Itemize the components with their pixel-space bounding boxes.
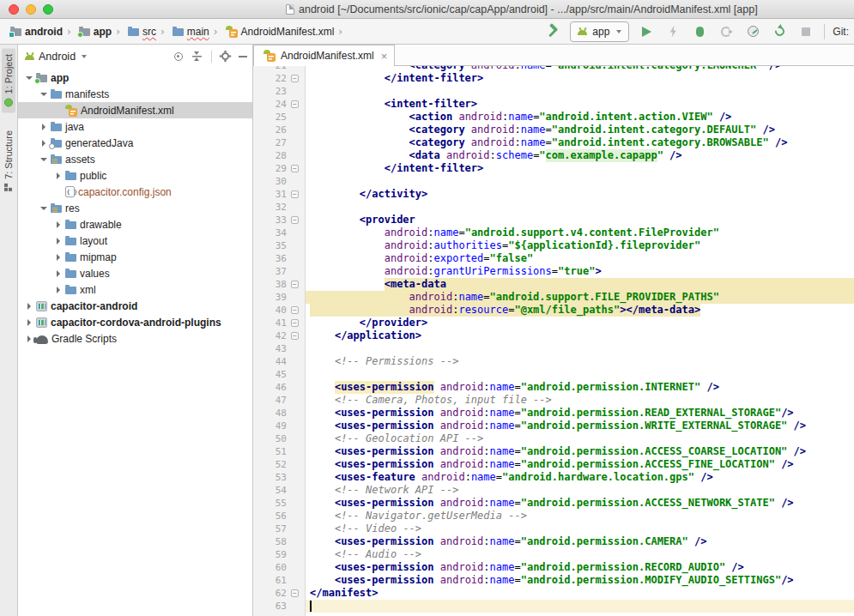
code-line[interactable]: <data android:scheme="com.example.capapp… — [306, 149, 854, 162]
tree-row-res[interactable]: res — [18, 200, 252, 216]
stripe-tab----structure[interactable]: 7: Structure — [2, 124, 15, 197]
tree-row-capacitor-android[interactable]: capacitor-android — [18, 298, 252, 314]
zoom-window-button[interactable] — [43, 4, 53, 15]
fold-icon[interactable]: − — [291, 190, 299, 198]
editor-tab-androidmanifest[interactable]: AndroidManifest.xml × — [253, 45, 395, 66]
tree-right-arrow-icon[interactable] — [25, 335, 33, 342]
tree-down-arrow-icon[interactable] — [39, 93, 47, 96]
fold-icon[interactable]: − — [291, 332, 299, 340]
code-line[interactable] — [306, 85, 854, 98]
tree-right-arrow-icon[interactable] — [25, 319, 33, 326]
tree-right-arrow-icon[interactable] — [54, 254, 62, 261]
code-line[interactable]: <uses-permission android:name="android.p… — [306, 561, 854, 574]
code-line[interactable]: android:exported="false" — [306, 252, 854, 265]
tree-right-arrow-icon[interactable] — [54, 270, 62, 277]
fold-icon[interactable]: − — [291, 306, 299, 314]
code-line[interactable] — [306, 600, 854, 613]
code-editor[interactable]: 21 <category android:name="android.inten… — [253, 66, 854, 616]
code-line[interactable]: <!-- Audio --> — [306, 548, 854, 561]
apply-changes-button[interactable] — [663, 22, 682, 41]
tree-row-generatedjava[interactable]: generatedJava — [18, 135, 252, 151]
locate-file-button[interactable] — [174, 52, 183, 61]
tree-row-app[interactable]: app — [18, 69, 252, 86]
tree-right-arrow-icon[interactable] — [25, 303, 33, 310]
code-line[interactable]: </intent-filter> — [306, 162, 854, 175]
tree-right-arrow-icon[interactable] — [54, 287, 62, 293]
code-line[interactable]: <uses-permission android:name="android.p… — [306, 574, 854, 587]
code-line[interactable]: <uses-feature android:name="android.hard… — [306, 471, 854, 484]
build-button[interactable] — [543, 22, 562, 41]
minimize-window-button[interactable] — [26, 4, 36, 15]
code-line[interactable]: <uses-permission android:name="android.p… — [306, 445, 854, 458]
code-line[interactable]: <category android:name="android.intent.c… — [306, 124, 854, 136]
tree-right-arrow-icon[interactable] — [54, 172, 62, 179]
fold-icon[interactable]: − — [291, 165, 299, 172]
tree-right-arrow-icon[interactable] — [54, 221, 62, 228]
tree-down-arrow-icon[interactable] — [25, 76, 33, 80]
tree-row-capacitor-cordova-android-plugins[interactable]: capacitor-cordova-android-plugins — [18, 314, 252, 330]
breadcrumb-item-AndroidManifest.xml[interactable]: AndroidManifest.xml — [222, 26, 335, 38]
run-configuration-select[interactable]: app — [570, 21, 629, 42]
code-line[interactable]: <!-- Video --> — [306, 522, 854, 535]
code-line[interactable]: android:name="android.support.v4.content… — [306, 226, 854, 239]
code-line[interactable]: android:grantUriPermissions="true"> — [306, 265, 854, 278]
code-line[interactable]: </application> — [306, 329, 854, 342]
code-line[interactable]: <uses-permission android:name="android.p… — [306, 458, 854, 471]
tree-row-gradle-scripts[interactable]: Gradle Scripts — [18, 330, 252, 347]
tree-row-java[interactable]: java — [18, 118, 252, 135]
code-line[interactable]: <intent-filter> — [306, 98, 854, 111]
fold-icon[interactable]: − — [291, 319, 299, 327]
code-line[interactable]: <!-- Navigator.getUserMedia --> — [306, 510, 854, 522]
apply-code-changes-button[interactable] — [770, 22, 789, 41]
tree-row-capacitor-config-json[interactable]: capacitor.config.json — [18, 184, 252, 200]
breadcrumb-item-app[interactable]: app — [76, 26, 112, 38]
code-line[interactable]: android:authorities="${applicationId}.fi… — [306, 239, 854, 252]
code-line[interactable]: <category android:name="android.intent.c… — [306, 136, 854, 149]
tree-row-drawable[interactable]: drawable — [18, 216, 252, 233]
profiler-button[interactable] — [743, 22, 762, 41]
fold-icon[interactable]: − — [291, 75, 299, 82]
tree-row-public[interactable]: public — [18, 167, 252, 184]
code-line[interactable]: <!-- Permissions --> — [306, 355, 854, 368]
code-line[interactable]: <uses-permission android:name="android.p… — [306, 381, 854, 394]
code-line[interactable]: <uses-permission android:name="android.p… — [306, 407, 854, 420]
code-line[interactable] — [306, 368, 854, 381]
code-line[interactable]: <uses-permission android:name="android.p… — [306, 535, 854, 548]
stop-button[interactable] — [796, 22, 815, 41]
fold-icon[interactable]: − — [291, 281, 299, 288]
code-line[interactable]: android:resource="@xml/file_paths"></met… — [306, 304, 854, 317]
code-line[interactable]: </intent-filter> — [306, 72, 854, 85]
collapse-all-button[interactable] — [192, 51, 202, 61]
run-button[interactable] — [637, 22, 656, 41]
close-tab-icon[interactable]: × — [381, 51, 388, 62]
close-window-button[interactable] — [9, 4, 19, 15]
code-line[interactable]: <category android:name="android.intent.c… — [306, 66, 854, 72]
code-line[interactable]: android:name="android.support.FILE_PROVI… — [306, 291, 854, 304]
breadcrumb-item-src[interactable]: src — [124, 26, 156, 38]
tree-row-manifests[interactable]: manifests — [18, 86, 252, 102]
code-line[interactable]: <meta-data — [306, 278, 854, 291]
code-line[interactable]: <provider — [306, 214, 854, 226]
hide-panel-button[interactable] — [239, 56, 247, 57]
code-line[interactable]: <!-- Network API --> — [306, 484, 854, 497]
code-line[interactable] — [306, 342, 854, 355]
code-line[interactable]: <uses-permission android:name="android.p… — [306, 497, 854, 510]
tree-row-layout[interactable]: layout — [18, 233, 252, 249]
tree-down-arrow-icon[interactable] — [39, 207, 47, 210]
code-line[interactable]: <!-- Camera, Photos, input file --> — [306, 394, 854, 407]
tree-row-assets[interactable]: assets — [18, 151, 252, 167]
tree-row-xml[interactable]: xml — [18, 281, 252, 298]
project-view-selector[interactable]: Android — [39, 51, 76, 63]
debug-button[interactable] — [690, 22, 709, 41]
tree-right-arrow-icon[interactable] — [39, 124, 47, 130]
code-line[interactable]: </activity> — [306, 188, 854, 201]
tree-row-androidmanifest-xml[interactable]: AndroidManifest.xml — [18, 102, 252, 118]
tree-row-values[interactable]: values — [18, 265, 252, 281]
code-line[interactable] — [306, 175, 854, 188]
code-line[interactable]: <action android:name="android.intent.act… — [306, 111, 854, 124]
code-line[interactable]: </provider> — [306, 317, 854, 329]
code-line[interactable] — [306, 201, 854, 214]
stripe-tab----project[interactable]: 1: Project — [2, 48, 15, 112]
tree-right-arrow-icon[interactable] — [39, 140, 47, 147]
breadcrumb-item-android[interactable]: android — [7, 26, 63, 38]
